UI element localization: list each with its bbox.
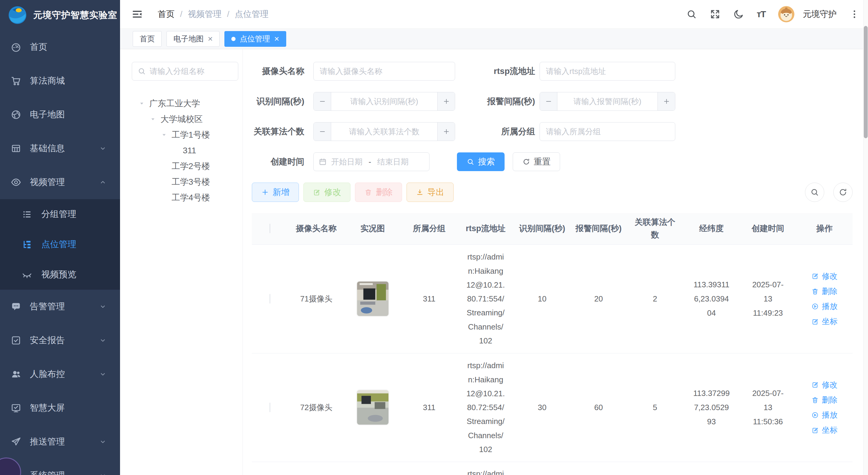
table-refresh-button[interactable] [833,183,852,202]
row-checkbox[interactable] [270,403,270,412]
app-window: 元境守护智慧实验室 首页 算法商城 电子地图 基础信息 视频管理 [0,0,868,475]
fullscreen-icon[interactable] [710,9,720,20]
chevron-up-icon [99,178,107,186]
user-avatar[interactable] [778,6,795,22]
breadcrumb: 首页 / 视频管理 / 点位管理 [158,8,269,20]
row-coordinate-link[interactable]: 坐标 [811,315,838,327]
increase-button[interactable] [657,92,675,111]
export-button-label: 导出 [427,186,444,198]
caret-placeholder [161,178,172,186]
trash-icon [811,288,819,295]
tree-node[interactable]: 工学4号楼 [132,190,238,206]
row-play-link[interactable]: 播放 [811,300,838,313]
tab-point-management[interactable]: 点位管理 × [224,31,286,47]
sidebar-item-group-management[interactable]: 分组管理 [0,199,120,229]
scrollbar-thumb[interactable] [864,26,868,138]
edit-button[interactable]: 修改 [303,183,350,202]
row-edit-link[interactable]: 修改 [811,379,838,391]
sidebar-item-label: 智慧大屏 [30,402,65,414]
sidebar-item-video-management[interactable]: 视频管理 [0,166,120,199]
delete-button[interactable]: 删除 [355,183,402,202]
sidebar-menu: 首页 算法商城 电子地图 基础信息 视频管理 [0,30,120,475]
select-all-checkbox[interactable] [270,224,270,233]
sidebar-item-video-preview[interactable]: 视频预览 [0,260,120,290]
algorithm-count-stepper [313,122,455,141]
tree-node-label: 工学1号楼 [172,129,210,141]
screen-check-icon [10,403,22,413]
eye-icon [10,177,22,188]
search-icon[interactable] [686,9,697,20]
group-cell: 311 [401,398,457,416]
algorithm-count-input[interactable] [331,122,437,141]
tree-node[interactable]: 311 [132,143,238,158]
breadcrumb-video-management[interactable]: 视频管理 [188,8,222,20]
column-header: 关联算法个数 [627,213,683,244]
tree-node[interactable]: 工学3号楼 [132,174,238,190]
tree-node[interactable]: 工学2号楼 [132,158,238,174]
reset-button[interactable]: 重置 [513,152,560,171]
row-delete-link[interactable]: 删除 [811,285,838,297]
collapse-sidebar-icon[interactable] [131,8,143,20]
chevron-down-icon [99,303,107,310]
caret-down-icon[interactable] [138,99,149,108]
recognition-interval-input[interactable] [331,92,437,111]
decrease-button[interactable] [314,92,331,111]
close-icon[interactable]: × [274,35,279,43]
group-search-input[interactable] [150,67,232,76]
row-play-link[interactable]: 播放 [811,409,838,421]
column-header: 创建时间 [740,219,796,238]
recognition-interval-cell: 10 [514,290,570,308]
sidebar-item-basic-info[interactable]: 基础信息 [0,131,120,166]
sidebar-item-home[interactable]: 首页 [0,30,120,64]
rtsp-input[interactable] [539,62,675,81]
search-button[interactable]: 搜索 [457,152,504,171]
tree-node[interactable]: 大学城校区 [132,111,238,127]
sidebar-item-security-report[interactable]: 安全报告 [0,324,120,357]
increase-button[interactable] [437,92,455,111]
create-time-range-picker[interactable]: 开始日期 - 结束日期 [313,152,430,171]
tab-bar: 首页 电子地图 × 点位管理 × [120,29,868,49]
tab-home[interactable]: 首页 [133,31,162,47]
font-size-icon[interactable]: тT [757,9,766,19]
decrease-button[interactable] [540,92,557,111]
dark-mode-moon-icon[interactable] [733,9,744,20]
sidebar-item-face-control[interactable]: 人脸布控 [0,357,120,391]
column-header: 经纬度 [683,219,740,238]
sidebar-item-alarm-management[interactable]: 告警管理 [0,290,120,324]
row-edit-link[interactable]: 修改 [811,270,838,282]
row-action-label: 坐标 [822,424,838,436]
column-header: 摄像头名称 [288,219,344,238]
decrease-button[interactable] [314,122,331,141]
tab-electronic-map[interactable]: 电子地图 × [166,31,220,47]
add-button[interactable]: 新增 [252,183,299,202]
sidebar-item-push-management[interactable]: 推送管理 [0,425,120,459]
sidebar-item-smart-screen[interactable]: 智慧大屏 [0,391,120,425]
sidebar-item-electronic-map[interactable]: 电子地图 [0,98,120,131]
caret-down-icon[interactable] [161,131,172,139]
sidebar-item-algorithm-mall[interactable]: 算法商城 [0,64,120,98]
camera-name-input[interactable] [313,62,455,81]
increase-button[interactable] [437,122,455,141]
sidebar-item-label: 视频预览 [41,269,76,281]
page-scrollbar[interactable] [863,0,868,475]
group-input[interactable] [539,122,675,141]
tree-node[interactable]: 工学1号楼 [132,127,238,143]
alarm-interval-input[interactable] [557,92,657,111]
breadcrumb-home[interactable]: 首页 [158,8,175,20]
table-search-toggle-button[interactable] [805,183,824,202]
kebab-menu-icon[interactable] [849,9,860,19]
tree-node[interactable]: 广东工业大学 [132,96,238,111]
row-coordinate-link[interactable]: 坐标 [811,424,838,436]
table-row: 72摄像头 [252,353,852,462]
export-button[interactable]: 导出 [407,183,454,202]
camera-snapshot-thumbnail[interactable] [357,281,389,316]
close-icon[interactable]: × [208,35,213,43]
row-checkbox[interactable] [270,294,270,304]
sidebar-item-point-management[interactable]: 点位管理 [0,229,120,260]
camera-snapshot-thumbnail[interactable] [357,390,389,425]
row-delete-link[interactable]: 删除 [811,394,838,406]
search-icon [810,188,819,197]
caret-down-icon[interactable] [150,115,160,123]
user-name[interactable]: 元境守护 [803,8,837,20]
eye-closed-icon [22,269,32,280]
